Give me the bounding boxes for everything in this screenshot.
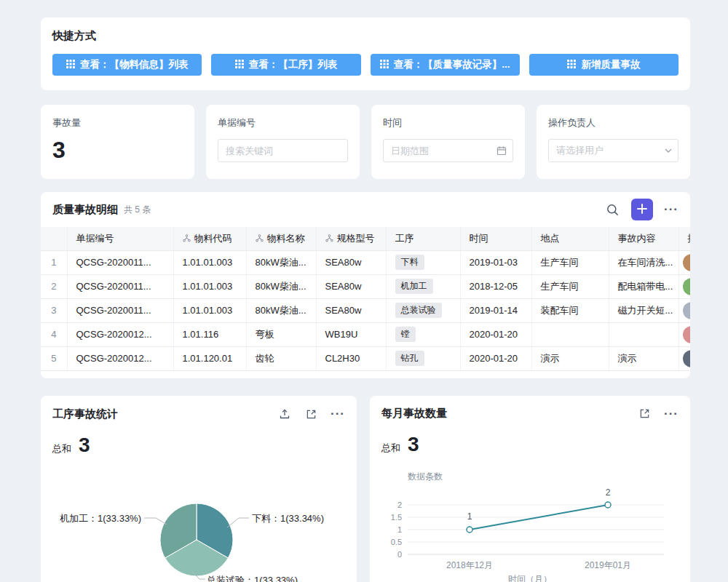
line-card-header: 每月事故数量 ··· (370, 396, 690, 420)
cell-material-name: 80kW柴油... (246, 250, 316, 274)
calendar-icon[interactable] (496, 146, 507, 156)
expand-icon[interactable] (304, 407, 318, 421)
table-row[interactable]: 2 QCSG-2020011... 1.01.01.003 80kW柴油... … (41, 274, 690, 298)
col-label: 工序 (395, 233, 414, 244)
point-value-label: 1 (467, 511, 472, 522)
cell-material-name: 80kW柴油... (246, 274, 316, 298)
shortcut-add-accident-button[interactable]: 新增质量事故 (529, 54, 678, 76)
table-header-row: 单据编号 物料代码 物料名称 规格型号 工序 时间 地点 事故内容 操 (41, 227, 690, 250)
time-filter-card: 时间 (371, 105, 525, 179)
table-row[interactable]: 3 QCSG-2020011... 1.01.01.003 80kW柴油... … (41, 298, 690, 322)
col-process[interactable]: 工序 (386, 227, 460, 250)
data-point[interactable] (467, 527, 472, 533)
col-label: 地点 (541, 233, 560, 244)
col-label: 物料名称 (267, 233, 305, 244)
y-tick: 0.5 (391, 538, 402, 546)
user-select[interactable]: 请选择用户 (548, 139, 678, 162)
col-operator[interactable]: 操 (678, 227, 690, 250)
total-label: 总和 (381, 442, 400, 455)
x-axis-title: 时间（月） (370, 573, 690, 582)
shortcut-view-process-list-button[interactable]: 查看：【工序】列表 (211, 54, 360, 76)
col-material-code[interactable]: 物料代码 (173, 227, 246, 250)
cell-doc-no: QCSG-2020011... (67, 274, 173, 298)
row-index: 2 (41, 274, 67, 298)
col-time[interactable]: 时间 (460, 227, 531, 250)
table-row[interactable]: 4 QCSG-2020012... 1.01.116 弯板 WB19U 镗 20… (41, 322, 690, 346)
chevron-down-icon[interactable] (665, 148, 672, 153)
cell-content: 演示 (609, 346, 678, 370)
grid-icon (235, 60, 244, 71)
cell-spec: WB19U (316, 322, 386, 346)
col-label: 操 (688, 233, 691, 244)
date-range-input-wrap (383, 139, 513, 162)
plus-icon (637, 204, 647, 216)
table-row[interactable]: 5 QCSG-2020012... 1.01.120.01 齿轮 CL2H30 … (41, 346, 690, 370)
filter-label: 操作负责人 (548, 116, 678, 129)
link-icon (256, 234, 264, 244)
cell-process: 下料 (386, 250, 460, 274)
shortcut-label: 查看：【物料信息】列表 (80, 58, 189, 71)
avatar (683, 350, 691, 367)
more-menu-icon[interactable]: ··· (664, 205, 678, 214)
cell-operator (678, 250, 690, 274)
shortcut-view-accident-records-button[interactable]: 查看：【质量事故记录】... (371, 54, 520, 76)
accident-count-card: 事故量 3 (41, 105, 194, 179)
cell-material-name: 齿轮 (246, 346, 316, 370)
cell-material-name: 弯板 (246, 322, 316, 346)
y-tick: 1 (397, 525, 402, 534)
avatar (683, 302, 691, 319)
table-row[interactable]: 1 QCSG-2020011... 1.01.01.003 80kW柴油... … (41, 250, 690, 274)
more-menu-icon[interactable]: ··· (331, 410, 345, 418)
pie-label-xialiao: 下料：1(33.34%) (252, 512, 324, 525)
expand-icon[interactable] (638, 407, 652, 420)
table-toolbar: ··· (605, 199, 678, 220)
total-value: 3 (79, 434, 90, 457)
cell-process: 钻孔 (386, 346, 460, 370)
col-doc-no[interactable]: 单据编号 (67, 227, 173, 250)
cell-material-code: 1.01.01.003 (173, 274, 246, 298)
cell-content: 磁力开关短... (609, 298, 678, 322)
col-place[interactable]: 地点 (531, 227, 609, 250)
col-label: 规格型号 (337, 233, 375, 244)
date-range-input[interactable] (383, 139, 513, 162)
cell-doc-no: QCSG-2020012... (67, 322, 173, 346)
pie-total-row: 总和 3 (41, 434, 357, 457)
table-title: 质量事故明细 (52, 203, 118, 217)
y-tick: 2 (397, 501, 402, 509)
add-record-button[interactable] (631, 199, 653, 220)
filter-label: 单据编号 (218, 116, 348, 129)
cell-time: 2019-01-03 (460, 250, 531, 274)
stat-value: 3 (52, 137, 183, 164)
filter-label: 时间 (383, 116, 513, 129)
cell-place: 装配车间 (531, 298, 609, 322)
shortcut-label: 新增质量事故 (581, 58, 640, 71)
cell-material-code: 1.01.116 (173, 322, 246, 346)
avatar (683, 326, 691, 343)
cell-content: 在车间清洗... (609, 250, 678, 274)
shortcuts-card: 快捷方式 查看：【物料信息】列表 查看：【工序】列表 查看：【质量事故记录】..… (41, 17, 690, 90)
cell-doc-no: QCSG-2020011... (67, 298, 173, 322)
cell-time: 2019-01-14 (460, 298, 531, 322)
more-menu-icon[interactable]: ··· (664, 410, 678, 418)
cell-operator (678, 322, 690, 346)
doc-no-search-input[interactable] (218, 139, 348, 162)
search-icon[interactable] (605, 202, 620, 218)
shortcut-view-material-list-button[interactable]: 查看：【物料信息】列表 (52, 54, 202, 76)
col-material-name[interactable]: 物料名称 (246, 227, 316, 250)
cell-process: 总装试验 (386, 298, 460, 322)
export-icon[interactable] (277, 407, 292, 421)
point-value-label: 2 (606, 487, 611, 498)
grid-icon (567, 60, 576, 71)
link-icon (325, 234, 333, 244)
grid-icon (380, 60, 389, 71)
line-total-row: 总和 3 (370, 433, 690, 456)
col-spec[interactable]: 规格型号 (316, 227, 386, 250)
process-stats-card: 工序事故统计 ··· 总和 3 机加工：1(33.33%) 下料： (41, 396, 357, 582)
data-point[interactable] (605, 502, 611, 508)
pie-chart[interactable] (41, 490, 357, 582)
cell-place: 演示 (531, 346, 609, 370)
user-select-wrap: 请选择用户 (548, 139, 678, 162)
avatar (683, 278, 691, 295)
line-chart[interactable]: 2 1.5 1 0.5 0 1 2 2018年12月 2019年01月 (370, 483, 690, 582)
col-content[interactable]: 事故内容 (609, 227, 678, 250)
